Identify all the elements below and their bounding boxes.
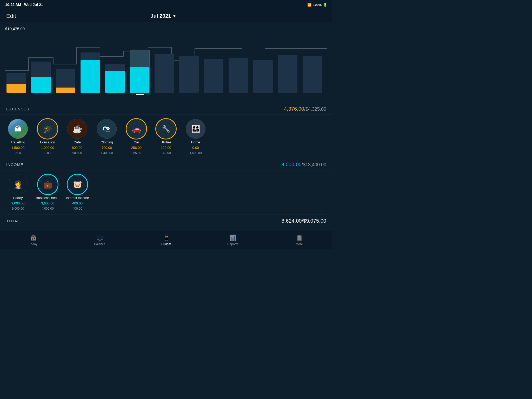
interest-icon: 🐷 [68, 175, 87, 194]
business-icon: 💼 [38, 175, 58, 194]
svg-rect-14 [179, 56, 199, 93]
home-budget: 1,500.00 [190, 151, 202, 155]
travelling-icon: 🏔 [8, 119, 28, 139]
car-actual: 256.00 [131, 146, 142, 150]
bottom-nav: 📅 Today ⚖️ Balance 📱 Budget 📊 Reports 📋 … [0, 231, 332, 249]
income-categories: 🤵 Salary 9,000.00 9,000.00 💼 Business in… [0, 170, 332, 215]
category-travelling[interactable]: 🏔 Travelling 1,500.00 0.00 [6, 119, 30, 155]
cafe-actual: 800.00 [72, 146, 82, 150]
expense-categories: 🏔 Travelling 1,500.00 0.00 🎓 Education 1… [0, 115, 332, 159]
business-actual: 3,600.00 [41, 201, 54, 205]
clothing-icon: 🛍 [97, 119, 117, 139]
utilities-icon: 🔧 [156, 119, 176, 139]
expenses-value: 4,376.00/$4,325.00 [284, 106, 326, 112]
nav-balance[interactable]: ⚖️ Balance [66, 235, 133, 246]
category-cafe[interactable]: ☕ Cafe 800.00 900.00 [65, 119, 89, 155]
main-content: $10,475.00 [0, 23, 332, 231]
salary-budget: 9,000.00 [12, 207, 24, 210]
svg-rect-19 [303, 56, 322, 93]
education-label: Education [40, 140, 55, 144]
income-label: INCOME [6, 162, 23, 167]
nav-today[interactable]: 📅 Today [0, 235, 66, 246]
status-bar: 10:22 AM Wed Jul 21 📶 100% 🔋 [0, 0, 332, 9]
chevron-down-icon: ▼ [173, 14, 176, 18]
nav-reports[interactable]: 📊 Reports [200, 235, 266, 246]
cafe-icon: ☕ [67, 119, 87, 139]
svg-rect-15 [204, 59, 223, 93]
utilities-label: Utilities [161, 140, 171, 144]
business-budget: 4,000.00 [42, 207, 54, 210]
car-icon: 🚗 [127, 119, 146, 139]
nav-budget-label: Budget [161, 242, 171, 246]
status-right: 📶 100% 🔋 [307, 3, 327, 7]
category-interest[interactable]: 🐷 Interest income 400.00 400.00 [66, 175, 89, 210]
salary-icon: 🤵 [8, 175, 28, 194]
interest-actual: 400.00 [72, 201, 83, 205]
nav-more[interactable]: 📋 More [266, 235, 332, 246]
car-budget: 365.00 [132, 151, 141, 155]
category-salary[interactable]: 🤵 Salary 9,000.00 9,000.00 [6, 175, 30, 210]
total-label: TOTAL [6, 219, 20, 223]
nav-reports-label: Reports [227, 242, 238, 246]
cafe-budget: 900.00 [72, 151, 82, 155]
svg-rect-12 [136, 94, 144, 95]
clothing-label: Clothing [101, 140, 113, 144]
more-icon: 📋 [296, 235, 303, 241]
header: Edit Jul 2021 ▼ [0, 9, 332, 23]
category-education[interactable]: 🎓 Education 1,000.00 0.00 [36, 119, 59, 155]
expenses-section: EXPENSES 4,376.00/$4,325.00 [0, 103, 332, 115]
category-car[interactable]: 🚗 Car 256.00 365.00 [125, 119, 148, 155]
chart-amount: $10,475.00 [5, 26, 327, 31]
home-icon: 👨‍👩‍👧 [186, 119, 205, 139]
interest-label: Interest income [66, 196, 89, 200]
expenses-label: EXPENSES [6, 107, 29, 111]
calendar-icon: 📅 [30, 235, 37, 241]
home-label: Home [191, 140, 200, 144]
svg-rect-7 [81, 60, 100, 93]
car-label: Car [134, 140, 139, 144]
income-section: INCOME 13,000.00/$13,400.00 [0, 159, 332, 170]
nav-more-label: More [296, 242, 303, 246]
bar-chart [5, 33, 327, 97]
svg-rect-3 [31, 77, 51, 93]
total-row: TOTAL 8,624.00/$9,075.00 [0, 215, 332, 227]
utilities-budget: 160.00 [161, 151, 171, 155]
category-clothing[interactable]: 🛍 Clothing 700.00 1,400.00 [95, 119, 118, 155]
date-selector[interactable]: Jul 2021 ▼ [151, 13, 176, 19]
svg-rect-9 [105, 71, 125, 93]
category-utilities[interactable]: 🔧 Utilities 120.00 160.00 [154, 119, 178, 155]
cafe-label: Cafe [74, 140, 81, 144]
salary-label: Salary [13, 196, 23, 200]
nav-budget[interactable]: 📱 Budget [133, 235, 200, 246]
travelling-label: Travelling [11, 140, 25, 144]
education-actual: 1,000.00 [41, 146, 54, 150]
income-value: 13,000.00/$13,400.00 [278, 162, 326, 168]
svg-rect-16 [229, 58, 248, 93]
total-value: 8,624.00/$9,075.00 [282, 218, 326, 224]
svg-rect-18 [278, 55, 297, 93]
category-business[interactable]: 💼 Business inco... 3,600.00 4,000.00 [36, 175, 59, 210]
travelling-actual: 1,500.00 [11, 146, 25, 150]
nav-balance-label: Balance [94, 242, 105, 246]
balance-icon: ⚖️ [96, 235, 103, 241]
svg-rect-13 [155, 54, 174, 93]
category-home[interactable]: 👨‍👩‍👧 Home 0.00 1,500.00 [184, 119, 207, 155]
education-budget: 0.00 [44, 151, 50, 155]
svg-rect-1 [6, 84, 26, 93]
travelling-budget: 0.00 [15, 151, 21, 155]
reports-icon: 📊 [229, 235, 236, 241]
budget-icon: 📱 [163, 235, 170, 241]
svg-rect-11 [130, 67, 149, 93]
chart-section: $10,475.00 [0, 23, 332, 103]
svg-rect-17 [253, 60, 273, 93]
edit-button[interactable]: Edit [6, 13, 16, 19]
education-icon: 🎓 [38, 119, 57, 139]
nav-today-label: Today [29, 242, 37, 246]
battery-label: 100% [313, 3, 322, 7]
business-label: Business inco... [36, 196, 59, 200]
clothing-budget: 1,400.00 [101, 151, 113, 155]
svg-rect-5 [56, 88, 75, 93]
utilities-actual: 120.00 [161, 146, 171, 150]
clothing-actual: 700.00 [102, 146, 112, 150]
interest-budget: 400.00 [73, 207, 82, 210]
